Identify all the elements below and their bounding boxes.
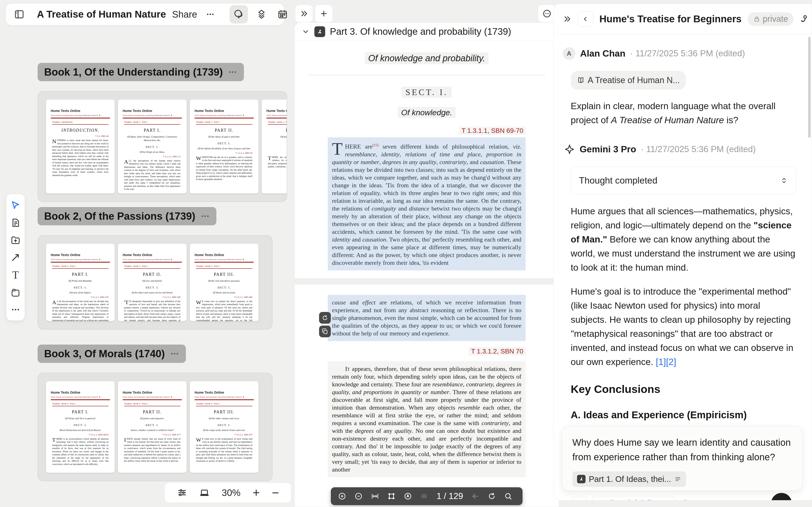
highlighted-paragraph[interactable]: cause and effect are relations, of which…	[328, 295, 525, 341]
present-mode-icon[interactable]	[199, 488, 210, 498]
frame-tool[interactable]	[10, 288, 21, 298]
group-label-book1[interactable]: Book 1, Of the Understanding (1739)	[38, 63, 244, 81]
more-menu-icon[interactable]	[203, 5, 217, 23]
calendar-icon[interactable]	[275, 5, 290, 23]
more-tools-icon[interactable]	[11, 305, 20, 314]
zoom-out-icon[interactable]	[354, 492, 363, 500]
group-frame-book2[interactable]: Hume Texts Online Texts Notes Scholarshi…	[38, 235, 272, 330]
text-tool[interactable]: T	[12, 270, 19, 280]
pdf-section-heading: SECT. I.	[295, 87, 559, 97]
model-name: Gemini 3 Pro	[579, 142, 636, 156]
answer-subheading: A. Ideas and Experience (Empiricism)	[571, 408, 796, 422]
page-thumbnail[interactable]: Hume Texts Online Texts Notes Scholarshi…	[118, 100, 187, 193]
zoom-level[interactable]: 30%	[222, 488, 241, 498]
document-tool[interactable]	[10, 218, 21, 228]
question-text: Explain in clear, modern language what t…	[571, 99, 796, 127]
pdf-viewer[interactable]: Of knowledge and probability. SECT. I. O…	[295, 41, 559, 507]
model-selector[interactable]: Gemini 3 Pro	[592, 496, 675, 500]
layers-icon[interactable]	[254, 5, 269, 23]
message-composer[interactable]: Why does Hume say we learn identity and …	[562, 426, 802, 491]
privacy-badge[interactable]: private	[748, 12, 794, 26]
arrow-tool[interactable]	[10, 252, 21, 263]
pdf-paragraph[interactable]: It appears, therefore, that of these sev…	[328, 361, 525, 477]
expand-panel-icon[interactable]	[563, 14, 572, 23]
chat-scroll-area[interactable]: A Alan Chan · 11/27/2025 5:36 PM (edited…	[554, 34, 809, 432]
add-tab-button[interactable]	[315, 5, 333, 22]
page-counter[interactable]: 1 / 129	[437, 491, 463, 501]
message-header: A Alan Chan · 11/27/2025 5:36 PM (edited…	[563, 47, 796, 61]
auto-scroll-icon[interactable]	[404, 492, 412, 500]
board-title[interactable]: A Treatise of Human Nature	[37, 9, 166, 20]
group-frame-book1[interactable]: Hume Texts Online Texts Notes Scholarshi…	[38, 91, 287, 202]
document-panel: Part 3. Of knowledge and probability (17…	[294, 22, 559, 507]
page-thumbnail[interactable]: Hume Texts Online Texts Notes Scholarshi…	[118, 381, 187, 473]
group-more-icon[interactable]	[170, 349, 179, 358]
share-profile-icon[interactable]	[800, 14, 810, 24]
page-thumbnail[interactable]: Hume Texts Online Texts Notes Scholarshi…	[190, 381, 258, 473]
page-thumbnail[interactable]: Hume Texts Online Texts Notes Scholarshi…	[190, 100, 258, 193]
page-gap	[295, 278, 559, 284]
chat-scrollbar[interactable]	[808, 37, 811, 138]
thought-toggle[interactable]: Thought completed	[571, 167, 796, 194]
outline-icon[interactable]	[420, 492, 428, 500]
copy-highlight-button[interactable]	[319, 326, 331, 337]
group-frame-book3[interactable]: Hume Texts Online Texts Notes Scholarshi…	[38, 373, 272, 481]
assistant-message: Gemini 3 Pro · 11/27/2025 5:36 PM (edite…	[571, 142, 796, 432]
page-thumbnail[interactable]: Hume Texts Online Texts Notes Scholarshi…	[46, 381, 115, 473]
gemini-star-icon	[597, 499, 605, 500]
group-label-book3[interactable]: Book 3, Of Morals (1740)	[38, 345, 186, 363]
chat-panel-button[interactable]	[230, 5, 248, 23]
page-thumbnail[interactable]: Hume Texts Online Texts Notes Scholarshi…	[46, 244, 115, 321]
regenerate-highlight-button[interactable]	[319, 312, 331, 324]
rotate-page-icon[interactable]	[488, 492, 496, 500]
expand-collapse-icon	[780, 176, 788, 184]
group-more-icon[interactable]	[228, 67, 237, 77]
fit-width-icon[interactable]	[371, 492, 379, 500]
history-icon[interactable]	[680, 499, 690, 500]
highlight-action-stack	[319, 312, 331, 337]
pdf-file-icon	[577, 475, 586, 483]
settings-sliders-icon[interactable]	[695, 499, 704, 500]
chat-title[interactable]: Hume's Treatise for Beginners	[599, 13, 742, 25]
select-cursor-tool[interactable]	[10, 200, 21, 211]
group-title: Book 1, Of the Understanding (1739)	[44, 66, 223, 78]
book-icon	[577, 76, 585, 84]
group-more-icon[interactable]	[200, 212, 210, 221]
sbn-label[interactable]: T 1.3.1.1, SBN 69-70	[328, 127, 525, 134]
zoom-in-icon[interactable]	[338, 492, 346, 500]
canvas-zoom-bar: 30% + −	[164, 483, 291, 503]
canvas-toolbar: A Treatise of Human Nature Share	[6, 3, 284, 25]
previous-page-icon[interactable]	[471, 492, 479, 500]
back-button[interactable]	[578, 11, 593, 27]
search-icon[interactable]	[504, 492, 512, 500]
share-button[interactable]: Share	[172, 9, 197, 20]
page-thumbnail[interactable]: Hume Texts Online Texts Notes Scholarshi…	[262, 100, 287, 193]
collapse-chevron-icon[interactable]	[302, 28, 310, 36]
send-button[interactable]	[771, 493, 792, 500]
composer-input[interactable]: Why does Hume say we learn identity and …	[572, 435, 792, 464]
highlighted-paragraph[interactable]: THERE are[15] seven different kinds of p…	[328, 137, 525, 270]
zoom-in-button[interactable]: +	[253, 487, 260, 499]
sidebar-toggle-icon[interactable]	[14, 9, 25, 20]
chip-menu-icon[interactable]	[674, 475, 681, 483]
tab-options-button[interactable]	[538, 5, 556, 22]
group-label-book2[interactable]: Book 2, Of the Passions (1739)	[38, 207, 216, 225]
page-thumbnail[interactable]: Hume Texts Online Texts Notes Scholarshi…	[118, 244, 187, 321]
collapse-panel-button[interactable]	[295, 5, 313, 22]
zoom-out-button[interactable]: −	[272, 487, 279, 499]
context-chip[interactable]: Part 1. Of Ideas, thei...	[572, 471, 686, 487]
page-thumbnail[interactable]: Hume Texts Online Texts Notes Scholarshi…	[46, 100, 115, 193]
pdf-chapter-heading: Of knowledge and probability.	[295, 52, 559, 64]
view-settings-icon[interactable]	[177, 488, 187, 498]
document-header[interactable]: Part 3. Of knowledge and probability (17…	[295, 23, 559, 41]
chat-header: Hume's Treatise for Beginners private	[554, 4, 812, 34]
thumb-breadcrumb: Treatise › Introduction	[52, 121, 109, 125]
pdf-toolbar: 1 / 129	[331, 487, 522, 505]
thumb-page: INTRODUCTION. T 0.1, SBN xiii NOTHING is…	[51, 128, 110, 177]
reference-chip[interactable]: A Treatise of Human N...	[571, 71, 686, 90]
attach-button[interactable]	[572, 496, 587, 500]
upload-folder-tool[interactable]	[10, 235, 21, 245]
sbn-label[interactable]: T 1.3.1.2, SBN 70	[328, 348, 525, 355]
select-region-icon[interactable]	[387, 492, 396, 500]
page-thumbnail[interactable]: Hume Texts Online Texts Notes Scholarshi…	[190, 244, 258, 321]
